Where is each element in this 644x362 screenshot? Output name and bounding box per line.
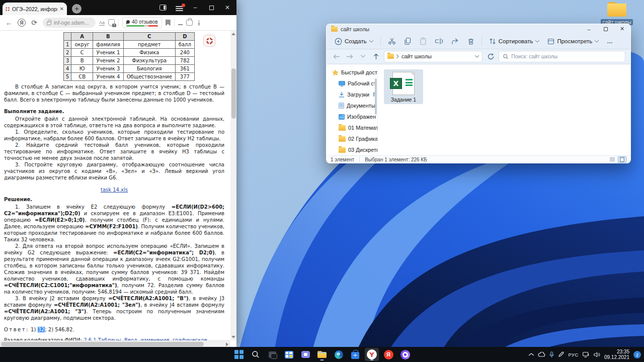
start-button[interactable] (232, 348, 246, 361)
clock[interactable]: 23:35 09.12.2021 (604, 349, 629, 360)
nav-forward-icon[interactable] (345, 51, 355, 62)
search-button[interactable] (249, 348, 263, 361)
collections-icon[interactable] (186, 20, 193, 26)
desktop-folder-shortcut[interactable]: сайт школы (599, 2, 635, 26)
horizontal-scrollbar[interactable] (0, 340, 230, 347)
answer-label: Ответ: (4, 327, 29, 332)
file-explorer-button[interactable] (315, 348, 329, 361)
nav-up-icon[interactable] (371, 51, 381, 62)
nav-back-icon[interactable] (332, 51, 342, 62)
protect-shield-icon[interactable]: 7 (108, 19, 115, 26)
reviews-button[interactable]: 40 отзывов (122, 17, 162, 28)
browser-close-button[interactable]: ✕ (220, 1, 234, 14)
microphone-icon[interactable] (549, 351, 554, 358)
refresh-icon[interactable] (486, 51, 496, 62)
edge-button[interactable] (332, 348, 346, 361)
sidebar-quick-access[interactable]: Быстрый доступ (327, 67, 377, 78)
bookmark-flag-icon[interactable] (166, 20, 171, 26)
new-tab-button[interactable]: + (72, 4, 82, 14)
network-icon[interactable] (583, 352, 590, 357)
row-number: 5 (64, 73, 71, 81)
selection-info: Выбран 1 элемент: 226 КБ (365, 157, 427, 162)
volume-icon[interactable] (594, 352, 600, 357)
downloads-icon[interactable]: ⭳ (196, 19, 202, 26)
explorer-minimize-button[interactable]: – (581, 24, 597, 34)
horizontal-scroll-thumb[interactable] (1, 342, 204, 346)
sidebar-item-pictures[interactable]: Изображен (327, 111, 377, 122)
browser-maximize-button[interactable] (204, 1, 218, 14)
sort-button[interactable]: Сортировать (486, 36, 543, 47)
delete-button[interactable] (464, 36, 477, 47)
pen-icon[interactable] (558, 351, 564, 357)
table-cell: Ученик 2 (93, 57, 124, 65)
yandex-home-icon[interactable]: Я (18, 19, 26, 27)
browser-minimize-button[interactable]: – (188, 1, 202, 14)
explorer-maximize-button[interactable] (597, 24, 614, 34)
search-input[interactable] (511, 53, 621, 59)
details-view-toggle[interactable] (608, 156, 616, 163)
scroll-up-arrow[interactable] (230, 31, 236, 37)
folder-icon (339, 125, 346, 131)
chat-button[interactable] (298, 348, 312, 361)
sidebar-item-documents[interactable]: Документы (327, 100, 377, 111)
scroll-right-arrow[interactable] (224, 341, 230, 347)
vertical-scroll-thumb[interactable] (231, 68, 236, 119)
cut-button[interactable] (385, 35, 399, 47)
search-box[interactable] (499, 51, 625, 62)
yandex-browser-button[interactable]: Y (365, 348, 379, 361)
sidebar-item-folder-math[interactable]: 01 Математика (327, 122, 377, 133)
file-item-selected[interactable]: X Задание 1 (384, 69, 423, 104)
view-button[interactable]: Просмотреть (544, 36, 602, 47)
sidebar-item-folder-discrete[interactable]: 03 Дискретка (327, 144, 377, 155)
sidebar-scrollbar[interactable] (375, 78, 377, 115)
sidebar-item-downloads[interactable]: Загрузки (327, 89, 377, 100)
vertical-scrollbar[interactable] (230, 31, 236, 340)
browser-tab[interactable]: ОГЭ–2022, информатик ✕ (3, 3, 67, 15)
rename-button[interactable] (432, 36, 446, 47)
task-view-button[interactable] (265, 348, 279, 361)
widgets-button[interactable] (282, 348, 296, 361)
sidebar-item-folder-graphics[interactable]: 02 Графика (327, 133, 377, 144)
more-options-button[interactable]: … (604, 36, 616, 46)
sdamgia-lifebuoy-icon[interactable] (203, 35, 215, 47)
rating-bar (126, 25, 158, 27)
explorer-navigation-bar: сайт школы (327, 49, 630, 64)
alisa-button[interactable] (398, 348, 412, 361)
divider (118, 19, 119, 27)
browser-menu-icon[interactable] (172, 1, 186, 14)
yandex-app-button[interactable]: Я (381, 348, 395, 361)
table-cell: балл (175, 41, 194, 49)
dash-icon[interactable] (178, 24, 183, 25)
text-segment: 3. Постройте круговую диаграмму, отображ… (4, 162, 224, 180)
breadcrumb-bar[interactable]: сайт школы (384, 51, 482, 62)
large-icons-view-toggle[interactable] (618, 156, 626, 163)
scroll-down-arrow[interactable] (230, 334, 236, 340)
translate-icon[interactable]: Aa (99, 20, 105, 26)
back-icon[interactable]: ← (4, 19, 14, 27)
text-segment: =СЧЁТЕСЛИ(C2:C1001;"информатика") (4, 283, 117, 288)
sidebar-item-desktop[interactable]: Рабочий ст (327, 78, 377, 89)
onedrive-cloud-icon[interactable] (538, 352, 545, 357)
divider (481, 37, 482, 46)
copy-button[interactable] (401, 35, 415, 47)
nav-history-chevron-icon[interactable] (358, 51, 368, 62)
text-segment: 1. Определите, сколько учеников, которые… (4, 129, 224, 141)
language-indicator[interactable]: РУС (568, 352, 579, 357)
paste-button[interactable] (417, 35, 430, 47)
task-file-link[interactable]: task 14.xls (101, 187, 128, 193)
row-number: 3 (64, 57, 71, 65)
new-item-button[interactable]: Создать (332, 36, 376, 47)
microsoft-store-button[interactable] (348, 348, 362, 361)
reload-icon[interactable]: ⟳ (29, 19, 39, 27)
create-label: Создать (345, 38, 367, 44)
breadcrumb-folder-name[interactable]: сайт школы (401, 53, 472, 59)
tab-close-icon[interactable]: ✕ (60, 6, 64, 12)
chevron-down-icon (535, 40, 539, 43)
address-bar[interactable]: inf-oge.sdam... (43, 18, 96, 28)
hidden-icons-chevron[interactable] (529, 353, 534, 356)
chevron-down-icon[interactable] (475, 55, 479, 58)
explorer-close-button[interactable]: ✕ (614, 24, 630, 34)
notification-badge[interactable]: 2 (633, 351, 641, 358)
sidebar-panel-icon[interactable] (156, 1, 170, 14)
share-button[interactable] (448, 36, 462, 47)
